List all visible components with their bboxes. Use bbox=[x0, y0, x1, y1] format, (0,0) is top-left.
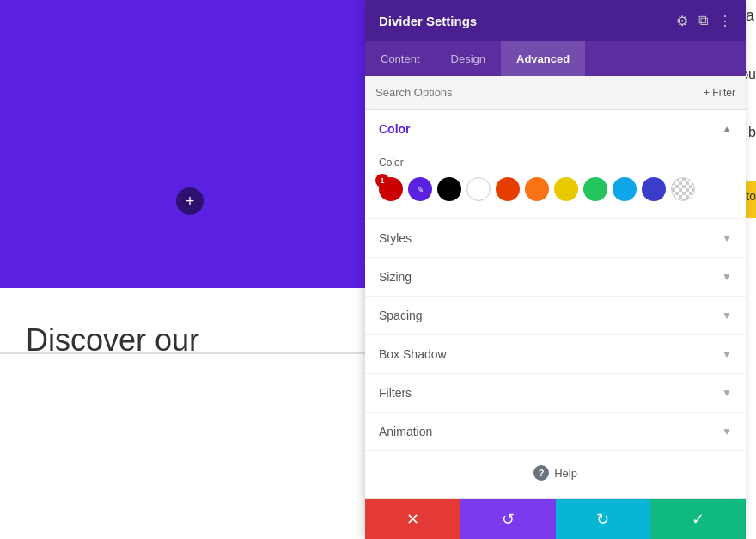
panel-footer: ✕ ↺ ↻ ✓ bbox=[365, 498, 746, 539]
undo-icon: ↺ bbox=[502, 510, 515, 529]
sizing-chevron-icon: ▼ bbox=[722, 271, 732, 283]
animation-section-header[interactable]: Animation ▼ bbox=[365, 413, 746, 451]
color-section-header[interactable]: Color ▲ bbox=[365, 110, 746, 148]
help-button[interactable]: ? Help bbox=[533, 465, 577, 481]
filters-section-header[interactable]: Filters ▼ bbox=[365, 374, 746, 413]
cancel-button[interactable]: ✕ bbox=[365, 499, 460, 539]
duplicate-icon[interactable]: ⧉ bbox=[698, 13, 708, 29]
help-label: Help bbox=[554, 467, 577, 480]
swatch-orange-red[interactable] bbox=[496, 177, 520, 201]
spacing-section-title: Spacing bbox=[379, 309, 423, 322]
swatch-green[interactable] bbox=[583, 177, 607, 201]
swatch-transparent[interactable] bbox=[671, 177, 695, 201]
swatch-white[interactable] bbox=[466, 177, 491, 201]
swatch-badge: 1 bbox=[375, 174, 389, 187]
filters-chevron-icon: ▼ bbox=[722, 387, 732, 399]
purple-hero bbox=[0, 0, 365, 288]
undo-button[interactable]: ↺ bbox=[460, 499, 556, 539]
partial-text-a: a bbox=[746, 7, 754, 25]
swatch-badge-group: 1 bbox=[379, 177, 403, 201]
partial-text-b: b bbox=[748, 125, 756, 140]
tab-advanced[interactable]: Advanced bbox=[501, 41, 585, 76]
color-swatches: 1 ✎ bbox=[379, 177, 732, 201]
more-icon[interactable]: ⋮ bbox=[718, 13, 732, 29]
swatch-dark-blue[interactable] bbox=[642, 177, 666, 201]
box-shadow-section-title: Box Shadow bbox=[379, 347, 447, 361]
styles-section-title: Styles bbox=[379, 231, 412, 245]
swatch-teal[interactable] bbox=[613, 177, 637, 201]
header-icons: ⚙ ⧉ ⋮ bbox=[676, 13, 732, 29]
redo-icon: ↻ bbox=[596, 510, 609, 529]
partial-text-to: to bbox=[746, 189, 756, 203]
cancel-icon: ✕ bbox=[406, 510, 419, 529]
styles-chevron-icon: ▼ bbox=[722, 232, 732, 244]
filter-button[interactable]: + Filter bbox=[704, 87, 735, 99]
settings-panel: Divider Settings ⚙ ⧉ ⋮ Content Design Ad… bbox=[365, 0, 746, 539]
swatch-yellow[interactable] bbox=[554, 177, 578, 201]
color-section-title: Color bbox=[379, 122, 411, 136]
content-divider bbox=[0, 352, 365, 354]
spacing-section-header[interactable]: Spacing ▼ bbox=[365, 297, 746, 335]
sizing-section-title: Sizing bbox=[379, 270, 412, 284]
pencil-icon: ✎ bbox=[417, 185, 424, 194]
search-input[interactable] bbox=[375, 86, 704, 99]
styles-section-header[interactable]: Styles ▼ bbox=[365, 219, 746, 258]
filters-section-title: Filters bbox=[379, 386, 412, 400]
search-bar: + Filter bbox=[365, 76, 746, 110]
white-content-section: Discover our bbox=[0, 288, 365, 539]
color-section-content: Color 1 ✎ bbox=[365, 148, 746, 219]
spacing-chevron-icon: ▼ bbox=[722, 309, 732, 322]
box-shadow-chevron-icon: ▼ bbox=[722, 348, 732, 360]
swatch-black[interactable] bbox=[437, 177, 461, 201]
panel-tabs: Content Design Advanced bbox=[365, 41, 746, 76]
help-area: ? Help bbox=[365, 451, 746, 494]
add-element-button[interactable]: + bbox=[176, 187, 204, 215]
confirm-icon: ✓ bbox=[692, 510, 704, 529]
box-shadow-section-header[interactable]: Box Shadow ▼ bbox=[365, 335, 746, 374]
help-icon: ? bbox=[533, 465, 549, 481]
panel-body: Color ▲ Color 1 ✎ bbox=[365, 110, 746, 498]
redo-button[interactable]: ↻ bbox=[556, 499, 651, 539]
color-chevron-up-icon: ▲ bbox=[722, 123, 732, 135]
confirm-button[interactable]: ✓ bbox=[650, 499, 746, 539]
animation-chevron-icon: ▼ bbox=[722, 426, 732, 438]
tab-content[interactable]: Content bbox=[365, 41, 436, 76]
sizing-section-header[interactable]: Sizing ▼ bbox=[365, 258, 746, 297]
settings-cog-icon[interactable]: ⚙ bbox=[676, 13, 688, 29]
swatch-orange[interactable] bbox=[525, 177, 549, 201]
animation-section-title: Animation bbox=[379, 425, 432, 438]
color-label: Color bbox=[379, 156, 732, 168]
panel-title: Divider Settings bbox=[379, 14, 477, 28]
panel-header: Divider Settings ⚙ ⧉ ⋮ bbox=[365, 0, 746, 41]
tab-design[interactable]: Design bbox=[436, 41, 501, 76]
swatch-edit[interactable]: ✎ bbox=[408, 177, 432, 201]
